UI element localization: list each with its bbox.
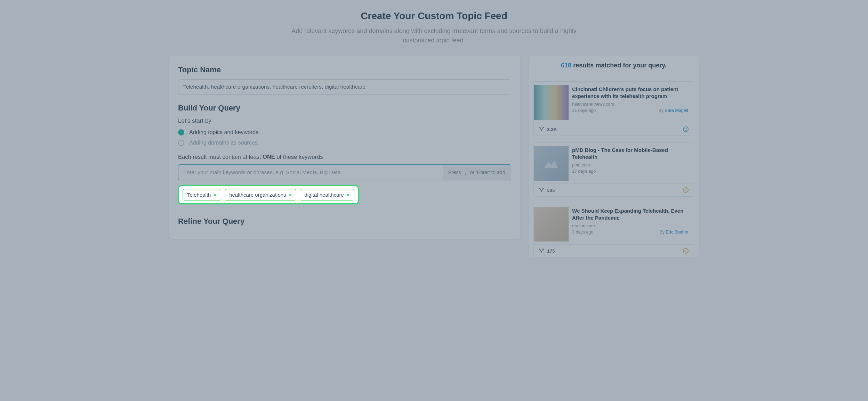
result-author: By Eric Boehm (659, 230, 688, 235)
keyword-input-wrap: Press ' , ' or 'Enter' to add (178, 164, 511, 180)
share-icon (539, 248, 544, 254)
tag-label: digital healthcare (304, 192, 344, 198)
neutral-icon (683, 248, 689, 254)
result-thumbnail (534, 207, 569, 242)
keyword-input-hint: Press ' , ' or 'Enter' to add (443, 165, 511, 180)
result-source: pmd.com (572, 163, 688, 167)
form-panel: Topic Name Build Your Query Let's start … (169, 56, 520, 239)
result-thumbnail (534, 85, 569, 120)
keyword-instruction: Each result must contain at least ONE of… (178, 154, 511, 160)
build-query-prompt: Let's start by (178, 117, 511, 124)
result-stat: 3.3K (547, 127, 557, 132)
smile-icon (683, 126, 689, 132)
close-icon[interactable]: × (214, 192, 217, 197)
radio-domains-sources[interactable]: Adding domains as sources. (178, 140, 511, 146)
result-age: 11 days ago (572, 108, 596, 113)
page-header: Create Your Custom Topic Feed Add releva… (169, 10, 699, 45)
result-source: reason.com (572, 223, 688, 228)
result-title: We Should Keep Expanding Telehealth, Eve… (572, 207, 688, 222)
svg-point-4 (684, 128, 685, 129)
result-title: pMD Blog - The Case for Mobile-Based Tel… (572, 147, 688, 161)
query-mode-radio-group: Adding topics and keywords. Adding domai… (178, 129, 511, 146)
result-card[interactable]: pMD Blog - The Case for Mobile-Based Tel… (533, 142, 694, 197)
page-title: Create Your Custom Topic Feed (169, 10, 699, 22)
result-stat: 175 (547, 248, 555, 254)
share-icon (539, 187, 544, 193)
result-source: healthcareitnews.com (572, 102, 688, 107)
results-header: 618 results matched for your query. (529, 56, 699, 75)
build-query-label: Build Your Query (178, 104, 511, 113)
radio-label: Adding domains as sources. (189, 140, 259, 146)
svg-point-11 (686, 189, 687, 190)
svg-point-17 (686, 250, 687, 251)
result-card[interactable]: We Should Keep Expanding Telehealth, Eve… (533, 203, 694, 257)
keyword-input[interactable] (178, 165, 443, 180)
svg-point-9 (683, 188, 688, 193)
result-thumbnail (534, 146, 569, 181)
results-panel: 618 results matched for your query. Cinc… (529, 56, 699, 257)
radio-label: Adding topics and keywords. (189, 129, 260, 136)
keyword-tag[interactable]: Telehealth × (183, 189, 221, 200)
keyword-tag[interactable]: healthcare organizations × (225, 189, 296, 200)
result-stat: 535 (547, 188, 555, 193)
share-icon (539, 126, 544, 132)
results-count: 618 (561, 62, 571, 69)
radio-icon (178, 140, 184, 146)
result-age: 17 days ago (572, 169, 596, 174)
topic-name-input[interactable] (178, 79, 511, 95)
close-icon[interactable]: × (347, 192, 350, 197)
svg-point-10 (684, 189, 685, 190)
result-card[interactable]: Cincinnati Children's puts focus on pati… (533, 81, 694, 136)
result-age: 3 days ago (572, 230, 593, 235)
svg-point-15 (683, 248, 688, 253)
radio-topics-keywords[interactable]: Adding topics and keywords. (178, 129, 511, 136)
page-subtitle: Add relevant keywords and domains along … (278, 26, 590, 45)
svg-point-5 (686, 128, 687, 129)
svg-point-16 (684, 250, 685, 251)
neutral-icon (683, 187, 689, 193)
result-title: Cincinnati Children's puts focus on pati… (572, 86, 688, 100)
topic-name-label: Topic Name (178, 65, 511, 74)
radio-icon (178, 129, 184, 136)
result-author: By Sara Mageit (659, 108, 688, 113)
close-icon[interactable]: × (289, 192, 292, 197)
keyword-tag[interactable]: digital healthcare × (300, 189, 354, 200)
refine-query-label: Refine Your Query (178, 217, 511, 226)
keyword-tags-highlight: Telehealth × healthcare organizations × … (178, 185, 359, 204)
svg-point-3 (683, 127, 688, 132)
tag-label: Telehealth (187, 192, 211, 198)
tag-label: healthcare organizations (229, 192, 286, 198)
